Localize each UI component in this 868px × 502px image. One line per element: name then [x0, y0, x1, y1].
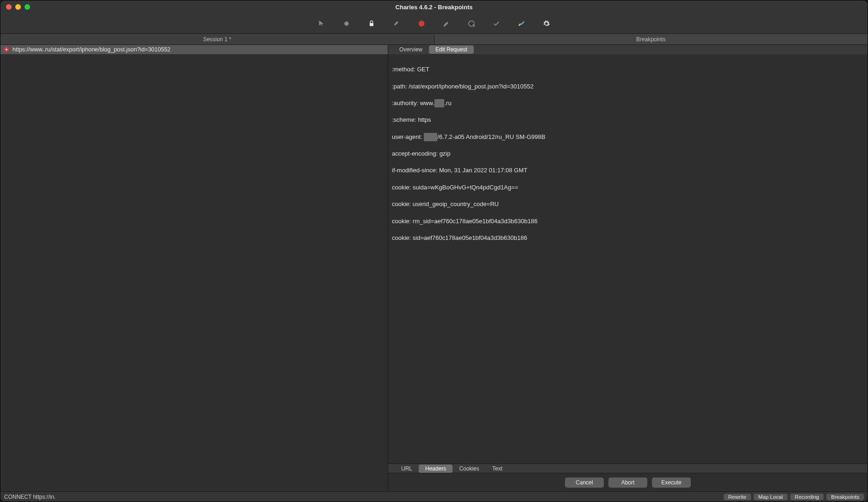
action-row: Cancel Abort Execute: [388, 473, 868, 491]
execute-button[interactable]: Execute: [652, 477, 691, 488]
status-rewrite[interactable]: Rewrite: [724, 494, 751, 500]
toolbar: [0, 13, 868, 34]
tab-session[interactable]: Session 1 *: [0, 34, 434, 44]
content-tab-text[interactable]: Text: [486, 464, 509, 473]
request-list-empty: [0, 54, 388, 491]
status-text: CONNECT https://in.: [4, 494, 57, 500]
detail-panel: Overview Edit Request :method: GET :path…: [388, 45, 868, 491]
lock-icon[interactable]: [366, 18, 377, 29]
status-breakpoints[interactable]: Breakpoints: [826, 494, 864, 500]
statusbar: CONNECT https://in. Rewrite Map Local Re…: [0, 491, 868, 502]
content-tab-url[interactable]: URL: [395, 464, 419, 473]
abort-button[interactable]: Abort: [608, 477, 647, 488]
status-map-local[interactable]: Map Local: [754, 494, 787, 500]
main-tabs: Session 1 * Breakpoints: [0, 34, 868, 45]
cancel-button[interactable]: Cancel: [565, 477, 604, 488]
refresh-icon[interactable]: [466, 18, 477, 29]
request-url: https://www. .ru/stat/export/iphone/blog…: [12, 46, 171, 53]
status-pills: Rewrite Map Local Recording Breakpoints: [724, 494, 864, 500]
app-window: Charles 4.6.2 - Breakpoints: [0, 0, 868, 502]
request-list-item[interactable]: https://www. .ru/stat/export/iphone/blog…: [0, 45, 388, 54]
content-mode-tabs: URL Headers Cookies Text: [388, 464, 868, 473]
window-controls: [6, 4, 30, 10]
content-tab-cookies[interactable]: Cookies: [453, 464, 485, 473]
status-recording[interactable]: Recording: [790, 494, 824, 500]
window-title: Charles 4.6.2 - Breakpoints: [5, 4, 863, 11]
check-icon[interactable]: [491, 18, 502, 29]
request-list-panel: https://www. .ru/stat/export/iphone/blog…: [0, 45, 388, 491]
gear-icon[interactable]: [541, 18, 552, 29]
tab-breakpoints[interactable]: Breakpoints: [434, 34, 868, 44]
subtab-overview[interactable]: Overview: [393, 45, 429, 54]
close-window-icon[interactable]: [6, 4, 12, 10]
content-tab-headers[interactable]: Headers: [419, 464, 453, 473]
subtab-edit-request[interactable]: Edit Request: [429, 45, 474, 54]
detail-subtabs: Overview Edit Request: [388, 45, 868, 54]
tools-icon[interactable]: [516, 18, 527, 29]
headers-content[interactable]: :method: GET :path: /stat/export/iphone/…: [388, 54, 868, 464]
stop-icon[interactable]: [416, 18, 427, 29]
broom-icon[interactable]: [391, 18, 402, 29]
svg-point-0: [344, 21, 348, 25]
maximize-window-icon[interactable]: [25, 4, 30, 10]
pencil-icon[interactable]: [441, 18, 452, 29]
breakpoint-icon: [3, 46, 10, 53]
record-icon[interactable]: [341, 18, 352, 29]
minimize-window-icon[interactable]: [15, 4, 21, 10]
svg-point-1: [6, 49, 7, 50]
pointer-icon[interactable]: [316, 18, 327, 29]
main-area: https://www. .ru/stat/export/iphone/blog…: [0, 45, 868, 491]
titlebar: Charles 4.6.2 - Breakpoints: [0, 0, 868, 13]
